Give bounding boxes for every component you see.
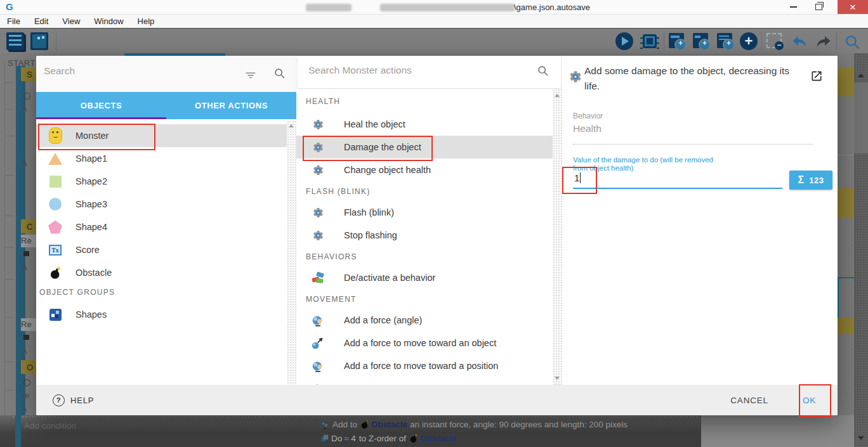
add-more-button[interactable]: + bbox=[740, 32, 758, 50]
scroll-down-icon[interactable] bbox=[858, 436, 864, 440]
gear-icon bbox=[569, 70, 582, 84]
add-event-button[interactable]: + bbox=[669, 33, 684, 48]
action-row-change-health[interactable]: Change object health bbox=[296, 159, 553, 181]
open-in-new-icon[interactable] bbox=[810, 70, 823, 82]
gear-icon bbox=[311, 205, 325, 219]
action-list: HEALTH Heal the object Damage the object… bbox=[296, 89, 553, 385]
help-button[interactable]: ? HELP bbox=[53, 394, 94, 406]
menu-help[interactable]: Help bbox=[131, 16, 162, 26]
search-icon[interactable] bbox=[273, 67, 286, 80]
add-subevent-button[interactable]: + bbox=[693, 33, 708, 48]
minimize-button[interactable] bbox=[782, 0, 805, 14]
menu-view[interactable]: View bbox=[55, 16, 87, 26]
scroll-down-icon[interactable] bbox=[555, 377, 560, 380]
tab-other-actions[interactable]: OTHER ACTIONS bbox=[166, 92, 296, 119]
force-icon bbox=[320, 419, 330, 430]
menu-edit[interactable]: Edit bbox=[27, 16, 55, 26]
action-search-input[interactable] bbox=[307, 64, 519, 77]
object-row-shape3[interactable]: Shape3 bbox=[36, 193, 287, 216]
project-manager-button[interactable] bbox=[6, 32, 24, 50]
action-row-stop-flashing[interactable]: Stop flashing bbox=[296, 224, 553, 247]
scrollbar-thumb[interactable] bbox=[854, 82, 868, 153]
menu-file[interactable]: File bbox=[0, 16, 27, 26]
undo-icon[interactable] bbox=[791, 32, 808, 50]
redacted-path-blur bbox=[380, 4, 515, 11]
event-fragment: Re bbox=[21, 320, 32, 329]
scroll-up-icon[interactable] bbox=[858, 74, 864, 77]
scroll-up-icon[interactable] bbox=[289, 124, 294, 127]
tab-objects[interactable]: OBJECTS bbox=[36, 92, 166, 119]
event-fragment: A bbox=[22, 346, 27, 356]
debug-button[interactable] bbox=[643, 34, 657, 48]
restore-icon bbox=[815, 4, 822, 10]
menu-window[interactable]: Window bbox=[87, 16, 130, 26]
event-fragment bbox=[838, 318, 854, 334]
scroll-up-icon[interactable] bbox=[555, 94, 560, 97]
scene-editor-button[interactable] bbox=[30, 32, 48, 50]
title-bar: G \game.json.autosave ✕ bbox=[0, 0, 868, 15]
group-row-shapes[interactable]: Shapes bbox=[36, 303, 287, 326]
search-icon[interactable] bbox=[537, 65, 549, 77]
damage-input-underline bbox=[573, 188, 782, 189]
action-row-partial[interactable] bbox=[296, 377, 553, 385]
object-row-shape2[interactable]: Shape2 bbox=[36, 170, 287, 193]
window-title: \game.json.autosave bbox=[514, 3, 590, 12]
app-window: G \game.json.autosave ✕ File Edit View W… bbox=[0, 0, 868, 447]
event-fragment: A bbox=[22, 405, 27, 414]
minimize-icon bbox=[790, 6, 797, 8]
annotation-box-ok-button bbox=[799, 384, 831, 417]
redo-icon[interactable] bbox=[815, 32, 832, 50]
event-fragment: Re bbox=[21, 236, 32, 245]
add-comment-button[interactable]: + bbox=[717, 33, 732, 48]
close-icon: ✕ bbox=[850, 3, 857, 12]
object-row-score[interactable]: Tx Score bbox=[36, 238, 287, 261]
redacted-path-blur bbox=[306, 4, 352, 11]
question-mark-icon: ? bbox=[53, 394, 65, 406]
object-selector-panel: OBJECTS OTHER ACTIONS Monster Shape1 bbox=[36, 56, 296, 385]
behavior-icon bbox=[311, 271, 325, 285]
add-condition-placeholder[interactable]: Add condition bbox=[24, 421, 76, 431]
action-list-scrollbar[interactable] bbox=[553, 89, 562, 385]
action-row-force-toward-object[interactable]: Add a force to move toward an object bbox=[296, 332, 553, 354]
event-action-row: Add to Obstacle an instant force, angle:… bbox=[320, 419, 628, 430]
object-row-shape4[interactable]: Shape4 bbox=[36, 216, 287, 238]
action-row-flash[interactable]: Flash (blink) bbox=[296, 201, 553, 224]
preview-play-button[interactable] bbox=[615, 32, 633, 50]
event-fragment: A bbox=[22, 262, 27, 272]
bomb-icon bbox=[361, 420, 369, 429]
text-object-icon: Tx bbox=[48, 242, 63, 258]
gdevelop-logo-icon: G bbox=[6, 1, 13, 12]
restore-button[interactable] bbox=[807, 0, 830, 14]
pentagon-icon bbox=[48, 219, 63, 235]
search-events-icon[interactable] bbox=[844, 34, 862, 51]
close-button[interactable]: ✕ bbox=[838, 0, 868, 14]
annotation-box-value-input bbox=[562, 167, 597, 194]
dialog-footer: ? HELP CANCEL OK bbox=[36, 385, 838, 415]
object-list-scrollbar[interactable] bbox=[287, 120, 296, 385]
object-row-shape1[interactable]: Shape1 bbox=[36, 147, 287, 170]
object-groups-header: OBJECT GROUPS bbox=[39, 288, 115, 297]
object-list: Monster Shape1 Shape2 Shape3 Shape4 bbox=[36, 119, 287, 385]
force-toward-object-icon bbox=[311, 336, 325, 350]
action-row-add-force-angle[interactable]: Add a force (angle) bbox=[296, 309, 553, 332]
action-row-heal[interactable]: Heal the object bbox=[296, 113, 553, 136]
section-header-behaviors: BEHAVIORS bbox=[306, 252, 357, 261]
annotation-box-damage-action bbox=[303, 136, 433, 161]
event-sheet-scrollbar[interactable] bbox=[854, 53, 868, 447]
annotation-box-monster bbox=[38, 124, 155, 150]
object-row-obstacle[interactable]: Obstacle bbox=[36, 261, 287, 284]
instruction-editor-dialog: OBJECTS OTHER ACTIONS Monster Shape1 bbox=[36, 56, 838, 415]
object-search-input[interactable] bbox=[43, 65, 235, 77]
event-fragment: A bbox=[22, 104, 27, 113]
event-sheet-margin bbox=[701, 415, 854, 447]
delete-selection-button[interactable]: − bbox=[766, 33, 782, 48]
cancel-button[interactable]: CANCEL bbox=[730, 396, 768, 405]
action-row-deactivate-behavior[interactable]: De/activate a behavior bbox=[296, 266, 553, 289]
expression-editor-button[interactable]: Σ 123 bbox=[789, 171, 832, 190]
action-row-force-toward-position[interactable]: Add a force to move toward a position bbox=[296, 354, 553, 377]
action-search-bar bbox=[298, 56, 561, 88]
filter-icon[interactable] bbox=[244, 68, 257, 81]
circle-icon bbox=[48, 196, 63, 212]
square-icon bbox=[48, 173, 63, 190]
behavior-field-underline bbox=[573, 144, 813, 145]
